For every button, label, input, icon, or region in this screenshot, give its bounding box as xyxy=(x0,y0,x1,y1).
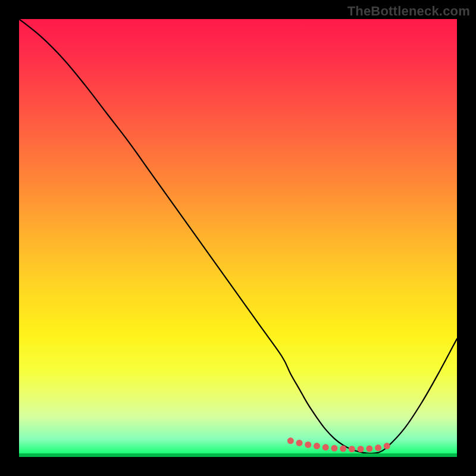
highlight-dot xyxy=(314,443,320,449)
curve-path xyxy=(19,19,457,453)
plot-area xyxy=(19,19,457,457)
chart-svg xyxy=(19,19,457,457)
highlight-dot xyxy=(349,446,355,452)
highlight-dots-group xyxy=(287,437,390,452)
highlight-dot xyxy=(331,445,337,452)
highlight-dot xyxy=(366,446,372,452)
bottom-green-band xyxy=(19,453,457,457)
highlight-dot xyxy=(287,437,294,444)
highlight-dot xyxy=(322,444,329,450)
highlight-dot xyxy=(305,441,311,448)
watermark-text: TheBottleneck.com xyxy=(347,4,470,19)
chart-frame: TheBottleneck.com xyxy=(0,0,476,476)
highlight-dot xyxy=(296,440,303,446)
highlight-dot xyxy=(375,444,381,451)
highlight-dot xyxy=(358,446,364,452)
highlight-dot xyxy=(340,446,346,452)
highlight-dot xyxy=(384,443,390,449)
